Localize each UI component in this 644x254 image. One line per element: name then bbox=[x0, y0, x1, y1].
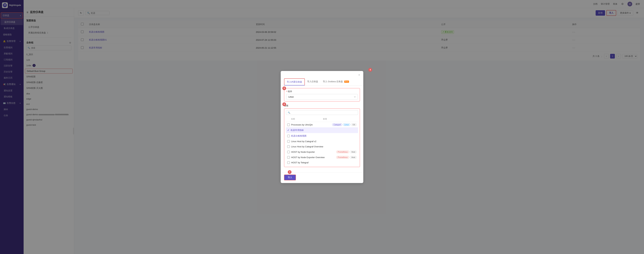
template-tags-7: Prometheus Host bbox=[336, 156, 357, 159]
template-search-input[interactable] bbox=[291, 111, 356, 114]
tab-import[interactable]: 导入仪表盘 bbox=[305, 78, 320, 85]
template-name-1: Processes by UlricQin bbox=[291, 124, 332, 126]
template-row-1[interactable]: Processes by UlricQin Categraf Linux OS bbox=[286, 122, 358, 127]
tab-grafana-label: 导入 Grafana 仪表盘 bbox=[323, 80, 343, 83]
tab-builtin[interactable]: 导入内置仪表盘 bbox=[284, 78, 305, 85]
checkbox-spacer bbox=[287, 117, 291, 121]
template-row-6[interactable]: HOST by Node Exporter Prometheus Host bbox=[286, 149, 358, 155]
group-field-wrapper: * 组件 Linux Windows Docker bbox=[284, 88, 360, 102]
tag-prometheus-6: Prometheus bbox=[336, 150, 349, 153]
template-checkbox-5[interactable] bbox=[287, 145, 290, 148]
template-checkbox-7[interactable] bbox=[287, 156, 290, 159]
modal-footer: 7 导入 bbox=[281, 172, 363, 183]
template-checkbox-3[interactable] bbox=[287, 135, 290, 137]
modal-import-button[interactable]: 导入 bbox=[284, 175, 296, 180]
template-label: 模板 bbox=[284, 104, 360, 107]
template-tags-1: Categraf Linux OS bbox=[332, 123, 357, 126]
template-header: 名称 标签 bbox=[286, 116, 358, 122]
template-box: 🔍 名称 标签 Processes by UlricQin bbox=[284, 109, 360, 167]
tag-host-7: Host bbox=[350, 156, 357, 159]
template-name-2: 机器常用指标 bbox=[291, 129, 357, 132]
tag-categraf-1: Categraf bbox=[332, 123, 342, 126]
col-template-tags: 标签 bbox=[323, 117, 357, 121]
template-row-2[interactable]: ✓ 机器常用指标 bbox=[286, 127, 358, 133]
modal-tabs: 导入内置仪表盘 导入仪表盘 导入 Grafana 仪表盘 Beta bbox=[281, 78, 363, 85]
tag-prometheus-7: Prometheus bbox=[336, 156, 349, 159]
template-checkbox-4[interactable] bbox=[287, 140, 290, 143]
tab-grafana[interactable]: 导入 Grafana 仪表盘 Beta bbox=[320, 78, 351, 85]
annotation-6: 6 bbox=[282, 103, 286, 106]
template-row-4[interactable]: Linux Host by Categraf v2 bbox=[286, 139, 358, 144]
template-name-3: 机器台账格视图 bbox=[291, 134, 357, 137]
template-checkbox-6[interactable] bbox=[287, 151, 290, 153]
template-checkbox-8[interactable] bbox=[287, 161, 290, 164]
modal-body: 5 * 组件 Linux Windows Docker 6 模板 bbox=[281, 85, 363, 172]
modal-close-button[interactable]: × bbox=[358, 74, 360, 76]
template-row-5[interactable]: Linux Host by Categraf Overview bbox=[286, 144, 358, 149]
check-icon-2: ✓ bbox=[287, 129, 289, 131]
col-template-name: 名称 bbox=[291, 117, 323, 121]
tab-import-label: 导入仪表盘 bbox=[307, 80, 318, 83]
modal-header: × bbox=[281, 71, 363, 76]
tab-builtin-label: 导入内置仪表盘 bbox=[287, 81, 302, 83]
group-label-row: * 组件 bbox=[286, 90, 358, 93]
template-name-5: Linux Host by Categraf Overview bbox=[291, 145, 357, 148]
tag-linux-1: Linux bbox=[343, 123, 350, 126]
template-name-6: HOST by Node Exporter bbox=[291, 151, 336, 153]
import-modal: × 4 导入内置仪表盘 导入仪表盘 导入 Grafana 仪表盘 Beta 5 bbox=[281, 71, 363, 183]
tag-os-1: OS bbox=[351, 123, 357, 126]
annotation-4: 4 bbox=[368, 68, 372, 72]
group-required-mark: * bbox=[286, 90, 287, 93]
template-row-7[interactable]: HOST by Node Exporter Overview Prometheu… bbox=[286, 155, 358, 160]
annotation-7: 7 bbox=[288, 170, 292, 174]
modal-overlay[interactable]: × 4 导入内置仪表盘 导入仪表盘 导入 Grafana 仪表盘 Beta 5 bbox=[0, 0, 644, 254]
group-form-group: 5 * 组件 Linux Windows Docker bbox=[284, 88, 360, 102]
template-row-8[interactable]: HOST by Telegraf bbox=[286, 160, 358, 165]
tag-host-6: Host bbox=[350, 150, 357, 153]
modal-header-area: × 4 bbox=[281, 71, 363, 76]
template-name-4: Linux Host by Categraf v2 bbox=[291, 140, 357, 143]
template-checkbox-1[interactable] bbox=[287, 124, 290, 126]
group-label: 组件 bbox=[288, 90, 292, 93]
template-name-8: HOST by Telegraf bbox=[291, 161, 357, 164]
template-search: 🔍 bbox=[286, 110, 358, 115]
annotation-5: 5 bbox=[282, 87, 286, 90]
template-search-icon: 🔍 bbox=[288, 112, 290, 114]
template-form-group: 6 模板 🔍 名称 标签 bbox=[284, 104, 360, 167]
template-tags-6: Prometheus Host bbox=[336, 150, 357, 153]
group-select[interactable]: Linux Windows Docker bbox=[286, 94, 358, 100]
template-row-3[interactable]: 机器台账格视图 bbox=[286, 133, 358, 139]
template-name-7: HOST by Node Exporter Overview bbox=[291, 156, 336, 159]
grafana-badge: Beta bbox=[344, 81, 349, 83]
